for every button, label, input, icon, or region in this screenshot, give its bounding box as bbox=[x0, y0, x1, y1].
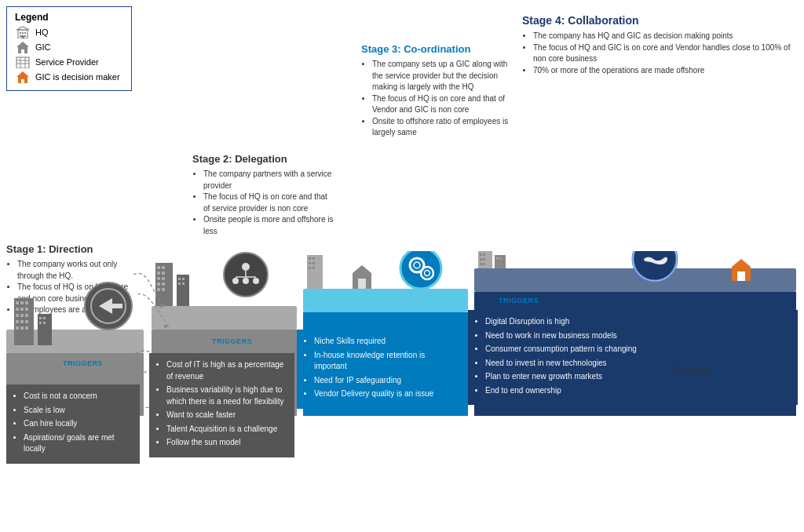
svg-rect-82 bbox=[358, 279, 366, 289]
stage3-trigger-3: Need for IP safeguarding bbox=[314, 375, 446, 387]
stage3-desc: The company sets up a GIC along with the… bbox=[361, 59, 518, 139]
gic-dm-icon bbox=[15, 71, 31, 83]
svg-rect-79 bbox=[312, 267, 315, 269]
svg-rect-59 bbox=[178, 278, 181, 280]
svg-rect-93 bbox=[480, 258, 482, 261]
svg-rect-92 bbox=[483, 253, 485, 256]
svg-rect-94 bbox=[483, 258, 485, 261]
svg-rect-23 bbox=[20, 301, 24, 304]
svg-rect-26 bbox=[20, 308, 24, 311]
svg-rect-40 bbox=[39, 322, 42, 324]
stage2-trigger-1: Cost of IT is high as a percentage of re… bbox=[166, 359, 287, 382]
stage3-title-area: Stage 3: Co-ordination The company sets … bbox=[361, 43, 518, 139]
stage2-title-area: Stage 2: Delegation The company partners… bbox=[192, 153, 334, 237]
stage4-trigger-2: Need to work in new business models bbox=[485, 330, 790, 342]
legend-gic-label: GIC bbox=[35, 42, 51, 52]
svg-rect-11 bbox=[16, 57, 29, 68]
svg-rect-31 bbox=[16, 320, 19, 323]
consumer-label: Consumer bbox=[671, 366, 711, 375]
svg-rect-30 bbox=[25, 314, 28, 317]
stage3-trigger-1: Niche Skills required bbox=[314, 336, 446, 348]
svg-rect-4 bbox=[20, 35, 21, 37]
svg-marker-80 bbox=[353, 265, 371, 273]
stage2-trigger-3: Want to scale faster bbox=[166, 410, 287, 421]
svg-rect-91 bbox=[480, 253, 482, 256]
svg-point-68 bbox=[232, 278, 239, 284]
svg-point-87 bbox=[425, 271, 430, 276]
legend-item-sp: Service Provider bbox=[15, 56, 123, 68]
svg-rect-41 bbox=[43, 322, 46, 324]
gic-icon bbox=[15, 41, 31, 53]
stage4-trigger-3: Consumer consumption pattern is changing bbox=[485, 344, 790, 355]
stage4-triggers-box: Digital Disruption is high Need to work … bbox=[468, 310, 798, 405]
svg-rect-99 bbox=[499, 257, 502, 260]
legend-item-hq: HQ bbox=[15, 26, 123, 38]
svg-rect-74 bbox=[309, 257, 311, 260]
stage2-triggers-label: TRIGGERS bbox=[212, 337, 252, 345]
stage4-triggers-label: TRIGGERS bbox=[499, 297, 539, 304]
svg-rect-24 bbox=[25, 301, 28, 304]
svg-rect-78 bbox=[309, 267, 311, 269]
legend-title: Legend bbox=[15, 12, 123, 23]
stage2-trigger-5: Follow the sun model bbox=[166, 437, 287, 449]
main-layout: Legend HQ bbox=[0, 0, 804, 532]
stage1-trigger-3: Can hire locally bbox=[24, 418, 132, 430]
legend-sp-label: Service Provider bbox=[35, 57, 99, 67]
svg-rect-102 bbox=[737, 271, 745, 281]
svg-rect-71 bbox=[303, 289, 468, 312]
stage4-bullet-2: The focus of HQ and GIC is on core and V… bbox=[533, 42, 796, 65]
svg-rect-1 bbox=[20, 32, 21, 34]
svg-rect-73 bbox=[307, 255, 323, 289]
stage2-trigger-4: Talent Acquisition is a challenge bbox=[166, 424, 287, 435]
svg-rect-28 bbox=[16, 314, 19, 317]
svg-rect-45 bbox=[152, 306, 297, 330]
svg-rect-60 bbox=[182, 278, 185, 280]
svg-rect-76 bbox=[309, 262, 311, 264]
legend-item-gic: GIC bbox=[15, 41, 123, 53]
svg-rect-36 bbox=[25, 326, 28, 330]
stage4-title-area: Stage 4: Collaboration The company has H… bbox=[522, 14, 796, 76]
svg-point-85 bbox=[414, 262, 420, 268]
svg-rect-22 bbox=[16, 301, 19, 304]
stage3-bullet-2: The focus of HQ is on core and that of V… bbox=[372, 93, 518, 116]
stage2-bullet-1: The company partners with a service prov… bbox=[203, 169, 334, 191]
sp-icon bbox=[15, 56, 31, 68]
svg-rect-98 bbox=[496, 257, 499, 260]
stage3-triggers-label: TRIGGERS bbox=[361, 318, 401, 326]
stage1-trigger-1: Cost is not a concern bbox=[24, 391, 132, 403]
stage1-trigger-2: Scale is low bbox=[24, 405, 132, 417]
svg-rect-95 bbox=[480, 263, 482, 265]
svg-marker-100 bbox=[732, 259, 751, 267]
hq-icon bbox=[15, 26, 31, 38]
dashed-arrow-2 bbox=[133, 290, 173, 337]
stage4-trigger-6: End to end ownership bbox=[485, 385, 790, 397]
stage4-trigger-1: Digital Disruption is high bbox=[485, 316, 790, 328]
svg-rect-97 bbox=[495, 255, 506, 268]
svg-rect-33 bbox=[25, 320, 28, 323]
stage3-bullet-3: Onsite to offshore ratio of employees is… bbox=[372, 116, 518, 139]
svg-rect-6 bbox=[21, 35, 24, 38]
stage4-title: Stage 4: Collaboration bbox=[522, 14, 796, 27]
svg-point-70 bbox=[253, 278, 259, 284]
svg-rect-38 bbox=[39, 317, 42, 319]
stage4-bullet-3: 70% or more of the operations are made o… bbox=[533, 65, 796, 77]
stage4-desc: The company has HQ and GIC as decision m… bbox=[522, 31, 796, 76]
legend-box: Legend HQ bbox=[6, 6, 132, 91]
stage2-bullet-2: The focus of HQ is on core and that of s… bbox=[203, 191, 334, 214]
svg-rect-3 bbox=[24, 32, 26, 34]
legend-item-gic-dm: GIC is decision maker bbox=[15, 71, 123, 83]
stage3-triggers-box: Niche Skills required In-house knowledge… bbox=[297, 330, 454, 409]
stage3-title: Stage 3: Co-ordination bbox=[361, 43, 518, 55]
svg-rect-61 bbox=[178, 282, 181, 285]
svg-marker-7 bbox=[16, 27, 29, 30]
stage3-trigger-4: Vendor Delivery quality is an issue bbox=[314, 388, 446, 400]
stage4-trigger-5: Plan to enter new growth markets bbox=[485, 371, 790, 383]
stage2-triggers-box: Cost of IT is high as a percentage of re… bbox=[149, 353, 294, 457]
svg-rect-77 bbox=[312, 262, 315, 264]
stage2-bullet-3: Onsite people is more and offshore is le… bbox=[203, 214, 334, 237]
legend-hq-label: HQ bbox=[35, 27, 49, 37]
svg-rect-32 bbox=[20, 320, 24, 323]
arrow-1-2: → bbox=[143, 400, 155, 414]
svg-rect-18 bbox=[21, 79, 24, 83]
stage1-triggers-label: TRIGGERS bbox=[63, 359, 103, 367]
